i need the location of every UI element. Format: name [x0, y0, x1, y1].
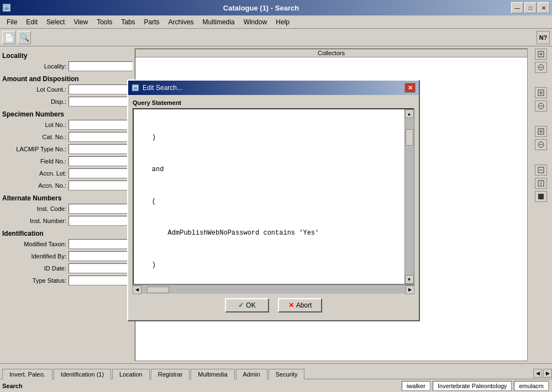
menu-file[interactable]: File [2, 17, 22, 27]
right-icon-2[interactable] [535, 62, 547, 73]
right-icon-8[interactable] [535, 178, 547, 189]
menu-archives[interactable]: Archives [164, 17, 198, 27]
right-icon-7[interactable] [535, 165, 547, 176]
menu-parts[interactable]: Parts [140, 17, 164, 27]
lot-count-input[interactable] [69, 84, 133, 94]
menu-tools[interactable]: Tools [92, 17, 117, 27]
right-icon-5[interactable] [535, 126, 547, 137]
type-status-row: Type Status: [2, 275, 130, 286]
edit-search-dialog: Edit Search... ✕ Query Statement ) and (… [127, 80, 420, 321]
menu-help[interactable]: Help [271, 17, 294, 27]
right-icon-3[interactable] [535, 87, 547, 98]
ok-label: OK [246, 301, 255, 309]
user-status: iwalker [402, 381, 430, 391]
vertical-scrollbar[interactable]: ▲ ▼ [404, 109, 413, 284]
help-button[interactable]: N? [537, 31, 550, 44]
tab-scroll-controls: ◀ ▶ [533, 369, 552, 379]
menu-multimedia[interactable]: Multimedia [198, 17, 239, 27]
modified-taxon-input[interactable] [69, 239, 133, 249]
identified-by-row: Identified By: [2, 251, 130, 262]
id-date-input[interactable] [69, 263, 133, 273]
menu-tabs[interactable]: Tabs [117, 17, 139, 27]
dialog-close-button[interactable]: ✕ [404, 83, 416, 93]
h-scrollbar-track[interactable] [141, 286, 406, 294]
minimize-button[interactable]: — [511, 2, 523, 13]
tab-multimedia[interactable]: Multimedia [191, 369, 234, 379]
id-date-row: ID Date: [2, 263, 130, 274]
scroll-left-button[interactable]: ◀ [133, 285, 141, 294]
new-record-button[interactable]: 📄 [2, 31, 15, 44]
amount-section-header: Amount and Disposition [2, 75, 130, 83]
scroll-up-button[interactable]: ▲ [405, 109, 414, 118]
tab-security[interactable]: Security [269, 369, 305, 379]
tab-admin[interactable]: Admin [236, 369, 267, 379]
close-button[interactable]: ✕ [538, 2, 550, 13]
scrollbar-track[interactable] [405, 118, 414, 275]
tab-scroll-right[interactable]: ▶ [543, 369, 552, 378]
search-toolbar-button[interactable]: 🔍 [18, 31, 31, 44]
tab-scroll-left[interactable]: ◀ [533, 369, 542, 378]
dialog-buttons: ✓ OK ✕ Abort [133, 294, 414, 316]
lacmip-row: LACMIP Type No.: [2, 144, 130, 155]
disp-input[interactable] [69, 97, 133, 107]
identified-by-label: Identified By: [2, 253, 69, 259]
tab-invert-paleo[interactable]: Invert. Paleo. [2, 369, 52, 379]
tab-location[interactable]: Location [112, 369, 150, 379]
accn-lot-input[interactable] [69, 168, 133, 178]
abort-button[interactable]: ✕ Abort [278, 298, 322, 312]
cat-no-input[interactable] [69, 132, 133, 142]
lot-no-input[interactable] [69, 120, 133, 130]
menu-edit[interactable]: Edit [22, 17, 42, 27]
right-icon-9[interactable] [535, 191, 547, 202]
h-scrollbar-thumb[interactable] [147, 287, 169, 293]
main-area: Locality Locality: Amount and Dispositio… [0, 46, 552, 363]
right-icon-6[interactable] [535, 139, 547, 150]
scrollbar-thumb[interactable] [406, 129, 413, 146]
tab-identification[interactable]: Identification (1) [54, 369, 111, 379]
locality-input[interactable] [69, 61, 133, 71]
svg-rect-0 [4, 5, 9, 10]
query-line-1: ) [136, 133, 402, 143]
status-bar: Search iwalker Invertebrate Paleontology… [0, 379, 552, 392]
field-no-input[interactable] [69, 156, 133, 166]
accn-no-input[interactable] [69, 181, 133, 190]
ok-button[interactable]: ✓ OK [225, 298, 269, 312]
svg-rect-36 [538, 197, 541, 199]
accn-lot-label: Accn. Lot: [2, 170, 69, 177]
status-fields: iwalker Invertebrate Paleontology emulac… [402, 381, 550, 391]
department-status: Invertebrate Paleontology [433, 381, 512, 391]
inst-code-input[interactable] [69, 204, 133, 214]
cat-no-label: Cat. No.: [2, 134, 69, 140]
identification-section-header: Identification [2, 230, 130, 237]
maximize-button[interactable]: □ [524, 2, 537, 13]
tab-registrar[interactable]: Registrar [151, 369, 190, 379]
scroll-right-button[interactable]: ▶ [406, 285, 414, 294]
locality-row: Locality: [2, 61, 130, 72]
svg-rect-35 [541, 194, 544, 197]
query-text-area[interactable]: ) and ( AdmPublishWebNoPassword contains… [134, 109, 404, 284]
menu-select[interactable]: Select [42, 17, 69, 27]
identified-by-input[interactable] [69, 251, 133, 261]
menu-window[interactable]: Window [239, 17, 272, 27]
title-bar: Catalogue (1) - Search — □ ✕ [0, 0, 552, 15]
dialog-body: Query Statement ) and ( AdmPublishWebNoP… [128, 95, 419, 320]
lacmip-input[interactable] [69, 144, 133, 154]
menu-view[interactable]: View [69, 17, 92, 27]
bottom-tabs: Invert. Paleo. Identification (1) Locati… [0, 363, 552, 379]
inst-number-input[interactable] [69, 216, 133, 226]
locality-label: Locality: [2, 63, 69, 70]
right-icon-1[interactable] [535, 49, 547, 60]
inst-number-label: Inst. Number: [2, 218, 69, 224]
right-icon-4[interactable] [535, 100, 547, 112]
scroll-down-button[interactable]: ▼ [405, 275, 414, 284]
lacmip-label: LACMIP Type No.: [2, 146, 69, 152]
field-no-label: Field No.: [2, 158, 69, 165]
alternate-section-header: Alternate Numbers [2, 194, 130, 202]
horizontal-scrollbar[interactable]: ◀ ▶ [133, 285, 414, 294]
right-icons-panel [530, 46, 552, 363]
type-status-input[interactable] [69, 276, 133, 285]
query-line-2: and [136, 165, 402, 175]
title-bar-left [2, 3, 11, 12]
ok-checkmark-icon: ✓ [238, 301, 244, 309]
lot-count-row: Lot Count.: [2, 84, 130, 95]
